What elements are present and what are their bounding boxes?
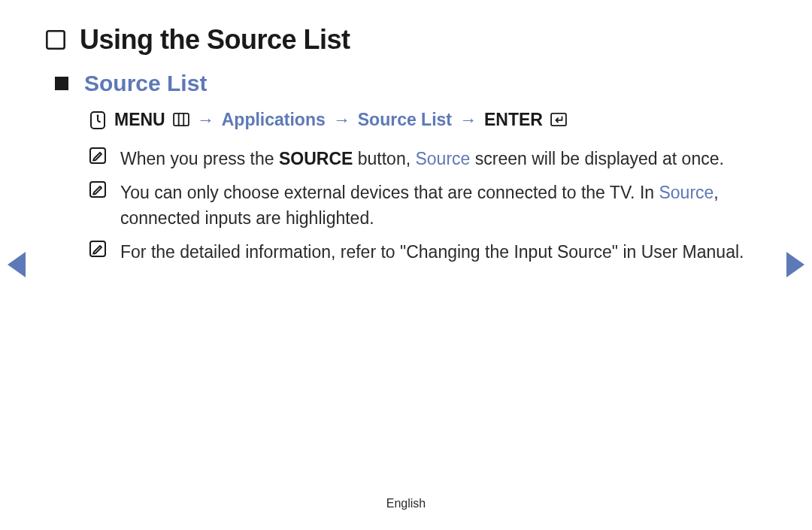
breadcrumb-source-list: Source List xyxy=(358,110,452,130)
square-bullet-icon xyxy=(53,74,71,92)
menu-path: MENU → Applications → Source List → ENTE… xyxy=(45,110,767,130)
svg-point-4 xyxy=(97,114,99,117)
svg-rect-5 xyxy=(174,113,189,125)
arrow-icon: → xyxy=(333,110,350,130)
next-page-button[interactable] xyxy=(786,252,804,277)
note-icon xyxy=(89,240,107,258)
note-text: For the detailed information, refer to "… xyxy=(120,240,744,265)
note-item: When you press the SOURCE button, Source… xyxy=(45,147,767,171)
section-row: Source List xyxy=(45,71,767,96)
note-item: You can only choose external devices tha… xyxy=(45,180,767,231)
enter-label: ENTER xyxy=(484,110,543,130)
breadcrumb-applications: Applications xyxy=(222,110,326,130)
arrow-icon: → xyxy=(197,110,214,130)
note-text: When you press the SOURCE button, Source… xyxy=(120,147,724,171)
arrow-icon: → xyxy=(459,110,477,130)
footer-language: English xyxy=(0,497,812,510)
menu-grid-icon xyxy=(173,113,189,128)
svg-rect-2 xyxy=(55,77,68,90)
svg-rect-1 xyxy=(50,35,61,45)
page-title: Using the Source List xyxy=(80,24,350,56)
title-row: Using the Source List xyxy=(45,24,767,56)
remote-icon xyxy=(89,111,107,129)
chapter-icon xyxy=(45,29,66,50)
menu-label: MENU xyxy=(114,110,165,130)
note-icon xyxy=(89,147,107,165)
previous-page-button[interactable] xyxy=(8,252,26,277)
section-title: Source List xyxy=(84,71,207,96)
note-icon xyxy=(89,180,107,198)
note-item: For the detailed information, refer to "… xyxy=(45,240,767,265)
page: Using the Source List Source List MENU xyxy=(0,0,812,530)
enter-key-icon xyxy=(550,113,567,128)
note-text: You can only choose external devices tha… xyxy=(120,180,744,231)
